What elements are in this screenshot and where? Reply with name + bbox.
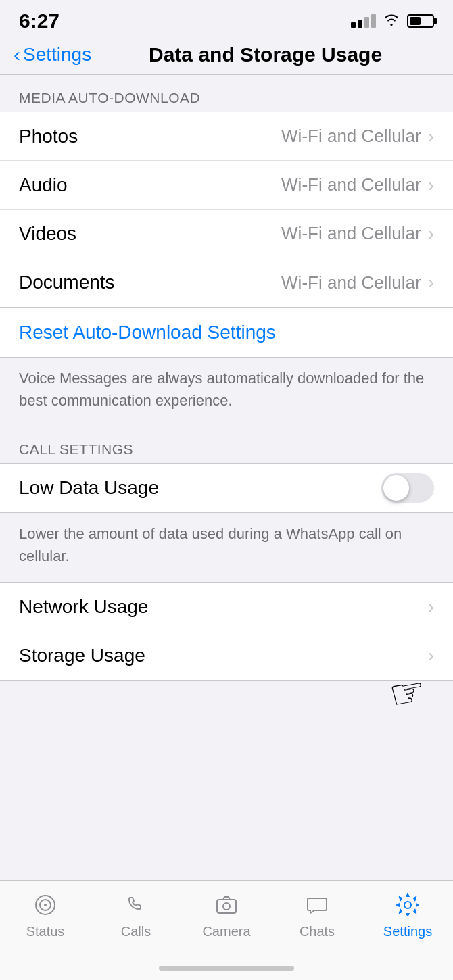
calls-icon (121, 890, 151, 920)
svg-rect-3 (217, 900, 236, 913)
videos-label: Videos (19, 223, 76, 245)
usage-list: Network Usage › Storage Usage › (0, 582, 453, 681)
low-data-label: Low Data Usage (19, 477, 159, 499)
network-usage-label: Network Usage (19, 596, 148, 618)
network-usage-row[interactable]: Network Usage › (0, 583, 453, 631)
status-icons (351, 13, 434, 29)
storage-usage-label: Storage Usage (19, 645, 145, 666)
call-note: Lower the amount of data used during a W… (0, 513, 453, 582)
tab-settings[interactable]: Settings (362, 890, 453, 939)
audio-chevron-icon: › (428, 174, 434, 196)
storage-usage-row[interactable]: Storage Usage › (0, 631, 453, 680)
photos-value: Wi-Fi and Cellular › (281, 126, 434, 147)
network-usage-right: › (428, 596, 434, 618)
storage-usage-right: › (428, 645, 434, 666)
nav-bar: ‹ Settings Data and Storage Usage (0, 38, 453, 75)
home-indicator (159, 966, 294, 971)
photos-row[interactable]: Photos Wi-Fi and Cellular › (0, 112, 453, 161)
documents-row[interactable]: Documents Wi-Fi and Cellular › (0, 258, 453, 307)
media-list: Photos Wi-Fi and Cellular › Audio Wi-Fi … (0, 112, 453, 308)
low-data-row[interactable]: Low Data Usage (0, 464, 453, 512)
media-note: Voice Messages are always automatically … (0, 358, 453, 426)
reset-link[interactable]: Reset Auto-Download Settings (19, 322, 276, 343)
videos-chevron-icon: › (428, 223, 434, 245)
wifi-icon (383, 13, 400, 29)
tab-status-label: Status (26, 924, 65, 939)
tab-calls-label: Calls (121, 924, 151, 939)
tab-status[interactable]: Status (0, 890, 91, 939)
documents-value: Wi-Fi and Cellular › (281, 272, 434, 293)
back-label: Settings (23, 44, 91, 66)
page-title: Data and Storage Usage (91, 43, 439, 66)
call-list: Low Data Usage (0, 463, 453, 513)
storage-usage-chevron-icon: › (428, 645, 434, 666)
tab-chats-label: Chats (300, 924, 335, 939)
tab-calls[interactable]: Calls (91, 890, 181, 939)
tab-bar: Status Calls Camera Chats (0, 880, 453, 980)
battery-icon (407, 14, 434, 28)
svg-point-4 (223, 903, 230, 910)
call-section-header: CALL SETTINGS (0, 426, 453, 463)
audio-row[interactable]: Audio Wi-Fi and Cellular › (0, 161, 453, 210)
audio-value: Wi-Fi and Cellular › (281, 174, 434, 196)
chats-icon (302, 890, 332, 920)
back-button[interactable]: ‹ Settings (14, 44, 91, 66)
tab-camera-label: Camera (202, 924, 250, 939)
photos-chevron-icon: › (428, 126, 434, 147)
settings-icon (393, 890, 423, 920)
videos-value: Wi-Fi and Cellular › (281, 223, 434, 245)
videos-row[interactable]: Videos Wi-Fi and Cellular › (0, 210, 453, 258)
audio-label: Audio (19, 174, 68, 196)
camera-icon (212, 890, 241, 920)
documents-label: Documents (19, 272, 115, 293)
tab-chats[interactable]: Chats (272, 890, 362, 939)
media-section-header: MEDIA AUTO-DOWNLOAD (0, 75, 453, 112)
svg-point-5 (404, 902, 411, 908)
svg-point-2 (44, 904, 47, 906)
tab-settings-label: Settings (383, 924, 432, 939)
status-icon (30, 890, 60, 920)
photos-label: Photos (19, 126, 78, 147)
tab-camera[interactable]: Camera (181, 890, 272, 939)
documents-chevron-icon: › (428, 272, 434, 293)
network-usage-chevron-icon: › (428, 596, 434, 618)
status-time: 6:27 (19, 9, 59, 32)
low-data-toggle[interactable] (381, 473, 434, 503)
status-bar: 6:27 (0, 0, 453, 38)
toggle-knob (383, 475, 409, 501)
signal-icon (351, 14, 376, 28)
reset-row[interactable]: Reset Auto-Download Settings (0, 308, 453, 358)
back-chevron-icon: ‹ (14, 45, 20, 65)
